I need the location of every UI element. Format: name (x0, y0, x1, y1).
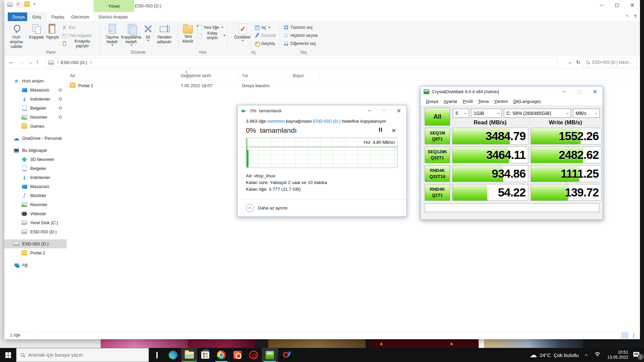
cdm-menu-item[interactable]: Profil (460, 99, 476, 104)
new-item-button[interactable]: Yeni öğe (195, 23, 227, 32)
taskbar-ccleaner-button[interactable]: C (278, 348, 294, 362)
taskbar-crystaldiskmark-button[interactable] (262, 348, 278, 362)
address-bar[interactable]: ESD-ISO (D:) (45, 58, 558, 67)
dialog-minimize-button[interactable] (362, 106, 377, 116)
paste-shortcut-button[interactable]: Kısayolu yapıştır (60, 40, 97, 48)
thumbnail-view-button[interactable] (630, 332, 637, 339)
taskbar-search-box[interactable] (16, 348, 149, 362)
taskbar-file-explorer-button[interactable] (181, 348, 197, 362)
address-dropdown-caret[interactable] (569, 61, 572, 64)
sidebar-item[interactable]: İndirilenler (4, 95, 67, 104)
tab-paylas[interactable]: Paylaş (47, 12, 69, 21)
clock[interactable]: 10:51 13.05.2022 (604, 350, 631, 360)
sidebar-item[interactable]: 3D Nesneler (4, 155, 67, 164)
column-header-type[interactable]: Tür (239, 71, 290, 80)
sidebar-item[interactable]: İndirilenler (4, 173, 67, 182)
back-button[interactable]: ← (8, 59, 14, 65)
collapse-ribbon-icon[interactable] (626, 15, 629, 18)
test-count-dropdown[interactable]: 5 (453, 109, 469, 118)
breadcrumb-separator[interactable] (89, 61, 92, 64)
sidebar-item[interactable]: Videolar (4, 209, 67, 218)
cdm-menu-item[interactable]: Yardım (491, 99, 511, 104)
copy-button[interactable]: Kopyala (29, 22, 45, 41)
column-header-name[interactable]: Ad (67, 71, 178, 80)
test-type-button[interactable]: RND4K Q1T1 (425, 184, 450, 201)
task-view-button[interactable] (149, 348, 165, 362)
target-drive-dropdown[interactable]: C: 58% (269/465GiB) (504, 109, 571, 118)
taskbar-search-input[interactable] (28, 352, 136, 358)
taskbar-driver-booster-button[interactable] (246, 348, 262, 362)
copy-path-button[interactable]: Yolu kopyala (60, 32, 97, 40)
taskbar-edge-button[interactable] (165, 348, 181, 362)
column-header-size[interactable]: Boyut (290, 71, 320, 80)
breadcrumb-drive[interactable]: ESD-ISO (D:) (61, 60, 87, 65)
sidebar-item[interactable]: ESD-ISO (D:) (4, 227, 67, 236)
cdm-minimize-button[interactable] (556, 87, 572, 97)
cdm-menu-item[interactable]: Ayarlar (441, 99, 460, 104)
cdm-close-button[interactable]: × (587, 87, 603, 97)
show-hidden-icons-chevron[interactable] (582, 353, 591, 358)
source-folder-link[interactable]: common (267, 119, 285, 124)
sidebar-item[interactable]: Masaüstü (4, 85, 67, 95)
taskbar-store-button[interactable] (197, 348, 213, 362)
properties-button[interactable]: Özellikler (232, 22, 253, 42)
rename-button[interactable]: Yeniden adlandır (155, 22, 174, 45)
weather-widget[interactable]: ☁ 24°C Çok bulutlu (526, 351, 582, 359)
start-button[interactable] (0, 348, 16, 362)
action-center-button[interactable]: 5 (631, 348, 644, 362)
edit-button[interactable]: Düzenle (253, 32, 277, 40)
qat-customize-caret[interactable] (34, 4, 36, 5)
invert-selection-button[interactable]: Diğerlerini seç (282, 40, 319, 48)
cdm-menu-item[interactable]: Dosya (423, 99, 441, 104)
sidebar-item[interactable]: Masaüstü (4, 182, 67, 191)
comment-field[interactable] (425, 203, 599, 212)
fewer-details-toggle[interactable]: Daha az ayrıntı (258, 205, 287, 210)
sidebar-item[interactable]: Resimler (4, 113, 67, 122)
test-type-button[interactable]: SEQ128K Q32T1 (425, 146, 450, 163)
sidebar-item[interactable]: Ağ (4, 260, 67, 269)
test-type-button[interactable]: SEQ1M Q8T1 (425, 128, 450, 144)
refresh-icon[interactable]: ↻ (576, 59, 580, 65)
history-caret[interactable] (30, 61, 32, 64)
cdm-menu-item[interactable]: Tema (475, 99, 491, 104)
cdm-maximize-button[interactable] (572, 87, 587, 97)
copy-to-button[interactable]: Kopyalama hedefi (121, 22, 141, 47)
sidebar-item[interactable]: Resimler (4, 200, 67, 209)
sort-ascending-icon[interactable]: ∧ (185, 69, 188, 74)
move-to-button[interactable]: Taşıma hedefi (103, 22, 121, 47)
easy-access-button[interactable]: Kolay erişim (195, 32, 227, 40)
test-type-button[interactable]: RND4K Q32T16 (425, 165, 450, 182)
sidebar-item[interactable]: Yerel Disk (C:) (4, 218, 67, 227)
paste-button[interactable]: Yapıştır (45, 22, 60, 41)
pause-button[interactable] (379, 128, 382, 133)
select-all-button[interactable]: Tümünü seç (282, 23, 319, 32)
cdm-menu-item[interactable]: Dil(Language) (511, 99, 543, 104)
sidebar-item[interactable]: Müzikler (4, 191, 67, 200)
run-all-tests-button[interactable]: All (425, 108, 450, 126)
dialog-maximize-button[interactable] (377, 106, 391, 116)
test-size-dropdown[interactable]: 1GiB (471, 109, 502, 118)
up-button[interactable]: ↑ (36, 59, 39, 65)
tab-dosya[interactable]: Dosya (8, 12, 30, 21)
help-icon[interactable]: ? (634, 14, 637, 19)
delete-button[interactable]: Sil (141, 22, 155, 42)
select-none-button[interactable]: Hiçbirini seçme (282, 32, 319, 40)
explorer-search-input[interactable] (592, 60, 632, 65)
fewer-details-icon[interactable] (246, 204, 254, 212)
dialog-close-button[interactable]: × (391, 106, 406, 116)
wifi-icon[interactable] (594, 352, 601, 358)
minimize-button[interactable] (594, 0, 609, 10)
history-button[interactable]: Geçmiş (253, 40, 277, 48)
taskbar-office-button[interactable] (229, 348, 246, 362)
destination-link[interactable]: ESD-ISO (D:) (313, 119, 340, 124)
sidebar-item[interactable]: ESD-ISO (D:) (4, 239, 67, 248)
cancel-copy-button[interactable]: × (391, 128, 396, 133)
open-button[interactable]: Aç (253, 23, 277, 32)
sidebar-item[interactable]: Portal 2 (4, 248, 67, 257)
taskbar-chrome-button[interactable] (213, 348, 229, 362)
new-folder-qat-icon[interactable] (24, 2, 30, 7)
sidebar-item[interactable]: Games (4, 122, 67, 131)
maximize-button[interactable] (609, 0, 625, 10)
pin-to-quick-access-button[interactable]: Hızlı erişime sabitle (4, 22, 29, 50)
breadcrumb-separator[interactable] (56, 61, 59, 64)
